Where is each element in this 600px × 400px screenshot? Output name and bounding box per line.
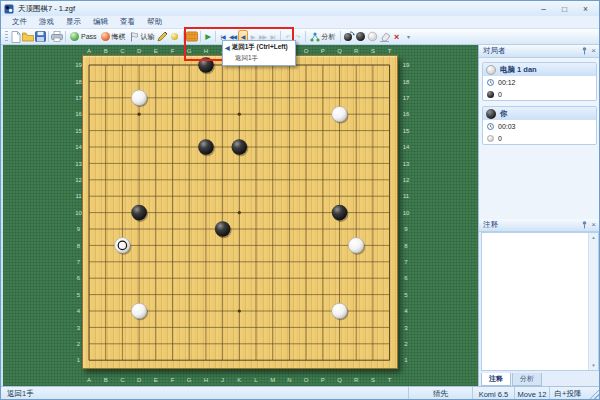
menu-item-2[interactable]: 显示 <box>60 17 87 27</box>
players-panel-close-icon[interactable]: × <box>591 47 596 55</box>
pin-icon[interactable] <box>581 221 588 229</box>
trial-play-icon[interactable] <box>343 30 355 43</box>
resign-button[interactable]: 认输 <box>128 30 157 44</box>
app-logo-icon <box>4 4 14 14</box>
comments-scrollbar[interactable]: ▲ ▼ <box>588 233 598 370</box>
comments-panel-close-icon[interactable]: × <box>591 221 596 229</box>
player-time: 00:03 <box>498 123 516 130</box>
menu-item-4[interactable]: 查看 <box>114 17 141 27</box>
toolbar-separator <box>48 31 49 42</box>
window-title: 天顶围棋7 - 1.zgf <box>18 4 75 14</box>
caption-buttons: – □ × <box>533 3 596 15</box>
analysis-tree-icon <box>310 32 320 42</box>
pass-icon <box>70 32 79 41</box>
player-card-you: 你 00:03 0 <box>482 106 597 145</box>
go-board[interactable] <box>82 55 398 369</box>
players-panel-header: 对局者 × <box>479 45 600 58</box>
players-panel-body: 电脑 1 dan 00:12 0 你 00:03 <box>479 58 600 219</box>
app-window: 天顶围棋7 - 1.zgf – □ × 文件游戏显示编辑查看帮助 Pass <box>0 0 600 400</box>
status-section-0: 猜先 <box>408 387 472 400</box>
open-folder-icon[interactable] <box>22 30 34 43</box>
pencil-icon[interactable] <box>157 30 169 43</box>
delete-icon[interactable]: × <box>391 30 403 43</box>
analyze-button[interactable]: 分析 <box>308 30 338 44</box>
status-sections: 猜先Komi 6.5Move 12白+投降 <box>408 387 586 400</box>
nav-back-tooltip: ◀ 返回1手 (Ctrl+Left) 返回1手 <box>222 40 296 66</box>
scroll-up-icon[interactable]: ▲ <box>589 233 598 242</box>
toolbar-overflow-icon[interactable]: ▾ <box>403 30 415 43</box>
eraser-icon[interactable] <box>379 30 391 43</box>
sidebar-tabs: 注释分析 <box>481 373 543 386</box>
menu-item-1[interactable]: 游戏 <box>33 17 60 27</box>
tooltip-secondary-row: 返回1手 <box>223 53 295 65</box>
tab-active[interactable]: 注释 <box>481 373 511 386</box>
comments-panel-header: 注释 × <box>479 219 600 232</box>
resize-grip[interactable] <box>586 387 599 400</box>
toolbar-grip[interactable] <box>5 31 8 42</box>
pass-button[interactable]: Pass <box>68 30 99 44</box>
title-bar[interactable]: 天顶围棋7 - 1.zgf – □ × <box>1 1 599 16</box>
menu-item-0[interactable]: 文件 <box>6 17 33 27</box>
tooltip-primary-row: ◀ 返回1手 (Ctrl+Left) <box>223 41 295 53</box>
hint-icon[interactable] <box>169 30 181 43</box>
close-button[interactable]: × <box>575 3 596 15</box>
player-name: 你 <box>500 109 508 119</box>
menu-bar: 文件游戏显示编辑查看帮助 <box>1 16 599 29</box>
comments-textarea[interactable]: ▲ ▼ <box>481 232 599 371</box>
save-icon[interactable] <box>34 30 46 43</box>
undo-move-button[interactable]: 悔棋 <box>99 30 128 44</box>
status-section-3: 白+投降 <box>549 387 586 400</box>
pin-icon[interactable] <box>581 47 588 55</box>
captures-stone-icon <box>487 135 494 142</box>
toolbar-separator <box>65 31 66 42</box>
place-white-stone-icon[interactable] <box>367 30 379 43</box>
status-message: 返回1手 <box>1 389 408 399</box>
sidebar: 对局者 × 电脑 1 dan 00:12 0 <box>478 45 600 386</box>
menu-item-5[interactable]: 帮助 <box>141 17 168 27</box>
status-section-1: Komi 6.5 <box>472 387 514 400</box>
toolbar-separator <box>305 31 306 42</box>
back-arrow-icon: ◀ <box>225 44 230 51</box>
status-bar: 返回1手 猜先Komi 6.5Move 12白+投降 <box>1 386 599 400</box>
player-card-computer: 电脑 1 dan 00:12 0 <box>482 62 597 101</box>
player-name: 电脑 1 dan <box>500 65 537 75</box>
maximize-button[interactable]: □ <box>554 3 575 15</box>
table-felt <box>3 45 478 386</box>
player-captures: 0 <box>498 135 502 142</box>
toolbar-separator <box>340 31 341 42</box>
captures-stone-icon <box>487 91 494 98</box>
clock-icon <box>487 123 494 130</box>
player-captures: 0 <box>498 91 502 98</box>
player-stone-icon <box>486 65 496 75</box>
new-file-icon[interactable] <box>10 30 22 43</box>
player-time: 00:12 <box>498 79 516 86</box>
tab-inactive[interactable]: 分析 <box>512 373 542 386</box>
toolbar: Pass 悔棋 认输 ▶|◀◀◀◀▶▶▶▶|↶↷ 分析 <box>1 29 599 45</box>
resign-flag-icon <box>130 32 139 42</box>
clock-icon <box>487 79 494 86</box>
scroll-down-icon[interactable]: ▼ <box>589 361 598 370</box>
undo-move-icon <box>101 32 110 41</box>
status-section-2: Move 12 <box>514 387 549 400</box>
place-black-stone-icon[interactable] <box>355 30 367 43</box>
minimize-button[interactable]: – <box>533 3 554 15</box>
player-stone-icon <box>486 109 496 119</box>
print-icon[interactable] <box>51 30 63 43</box>
menu-item-3[interactable]: 编辑 <box>87 17 114 27</box>
